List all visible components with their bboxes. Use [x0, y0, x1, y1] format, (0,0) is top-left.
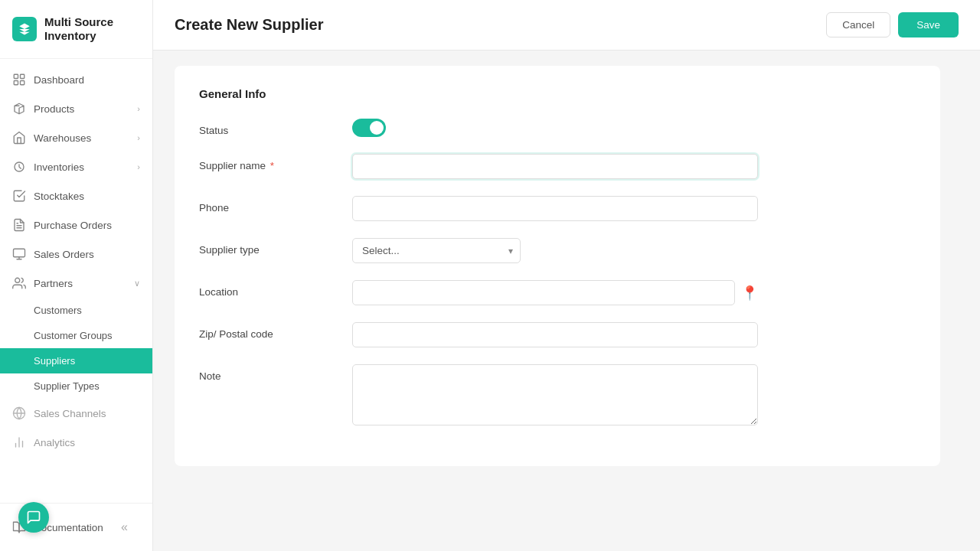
supplier-type-select-wrap: Select... Individual Company ▾ — [352, 238, 521, 263]
form-row-zip: Zip/ Postal code — [199, 322, 916, 347]
sub-item-label: Supplier Types — [34, 380, 100, 392]
content-area: General Info Status Supplier name * — [153, 51, 980, 551]
top-bar-actions: Cancel Save — [826, 12, 959, 37]
stocktakes-icon — [12, 189, 26, 203]
sidebar-item-label: Products — [34, 103, 74, 115]
location-input[interactable] — [352, 280, 735, 305]
status-toggle-wrap — [352, 119, 758, 137]
required-mark: * — [267, 160, 274, 171]
sidebar-item-label: Analytics — [34, 437, 75, 448]
analytics-icon — [12, 435, 26, 449]
sidebar-item-label: Inventories — [34, 161, 84, 173]
supplier-type-wrap: Select... Individual Company ▾ — [352, 238, 758, 263]
chat-bubble-button[interactable] — [18, 502, 49, 533]
sidebar-sub-item-supplier-types[interactable]: Supplier Types — [0, 373, 152, 399]
partners-icon — [12, 276, 26, 290]
form-row-phone: Phone — [199, 196, 916, 221]
sidebar-item-label: Sales Orders — [34, 249, 94, 260]
chevron-right-icon: › — [137, 133, 140, 142]
sidebar-item-sales-channels[interactable]: Sales Channels — [0, 399, 152, 428]
sidebar-sub-item-suppliers[interactable]: Suppliers — [0, 348, 152, 373]
form-row-supplier-type: Supplier type Select... Individual Compa… — [199, 238, 916, 263]
sub-item-label: Suppliers — [34, 355, 75, 367]
app-logo — [12, 17, 37, 41]
toggle-slider — [352, 119, 386, 137]
section-title: General Info — [199, 87, 916, 100]
sidebar-item-label: Stocktakes — [34, 191, 84, 202]
note-label: Note — [199, 364, 352, 382]
status-toggle[interactable] — [352, 119, 386, 137]
sidebar-item-label: Purchase Orders — [34, 220, 112, 231]
form-row-note: Note — [199, 364, 916, 428]
supplier-type-select[interactable]: Select... Individual Company — [352, 238, 521, 263]
sidebar-item-partners[interactable]: Partners ∨ — [0, 269, 152, 298]
page-title: Create New Supplier — [175, 16, 324, 34]
note-textarea[interactable] — [352, 364, 758, 425]
sidebar: Multi Source Inventory Dashboard Product… — [0, 0, 153, 551]
sidebar-sub-item-customer-groups[interactable]: Customer Groups — [0, 323, 152, 348]
chevron-down-icon: ∨ — [134, 279, 140, 289]
svg-rect-7 — [14, 249, 25, 257]
form-row-location: Location 📍 — [199, 280, 916, 305]
chevron-right-icon: › — [137, 162, 140, 171]
app-title: Multi Source Inventory — [44, 15, 140, 43]
svg-rect-3 — [21, 81, 24, 85]
status-label: Status — [199, 119, 352, 136]
chat-icon — [26, 510, 41, 525]
products-icon — [12, 102, 26, 116]
supplier-name-wrap — [352, 154, 758, 179]
note-wrap — [352, 364, 758, 428]
sidebar-item-inventories[interactable]: Inventories › — [0, 152, 152, 181]
sidebar-sub-item-customers[interactable]: Customers — [0, 298, 152, 323]
sales-channels-icon — [12, 406, 26, 420]
cancel-button[interactable]: Cancel — [826, 12, 890, 37]
sidebar-item-label: Sales Channels — [34, 408, 106, 419]
phone-wrap — [352, 196, 758, 221]
zip-label: Zip/ Postal code — [199, 322, 352, 340]
sidebar-item-label: Warehouses — [34, 132, 91, 144]
sidebar-nav: Dashboard Products › Warehouses › Invent… — [0, 59, 152, 503]
supplier-name-input[interactable] — [352, 154, 758, 179]
sub-item-label: Customer Groups — [34, 330, 113, 341]
supplier-name-label: Supplier name * — [199, 154, 352, 171]
svg-rect-0 — [14, 74, 18, 78]
warehouses-icon — [12, 131, 26, 145]
svg-rect-1 — [21, 74, 24, 78]
top-bar: Create New Supplier Cancel Save — [153, 0, 980, 51]
sidebar-item-stocktakes[interactable]: Stocktakes — [0, 181, 152, 210]
zip-wrap — [352, 322, 758, 347]
chevron-right-icon: › — [137, 104, 140, 113]
sidebar-item-label: Dashboard — [34, 74, 84, 86]
collapse-icon[interactable]: « — [121, 520, 128, 534]
main-content: Create New Supplier Cancel Save General … — [153, 0, 980, 551]
dashboard-icon — [12, 73, 26, 86]
phone-input[interactable] — [352, 196, 758, 221]
form-card: General Info Status Supplier name * — [175, 66, 940, 466]
sub-item-label: Customers — [34, 305, 82, 316]
sidebar-item-label: Partners — [34, 278, 73, 289]
location-label: Location — [199, 280, 352, 298]
location-input-wrap: 📍 — [352, 280, 758, 305]
sidebar-header: Multi Source Inventory — [0, 0, 152, 59]
purchase-orders-icon — [12, 218, 26, 232]
location-pin-icon[interactable]: 📍 — [741, 285, 758, 302]
sales-orders-icon — [12, 247, 26, 261]
sidebar-item-purchase-orders[interactable]: Purchase Orders — [0, 210, 152, 240]
supplier-type-label: Supplier type — [199, 238, 352, 256]
phone-label: Phone — [199, 196, 352, 214]
sidebar-item-sales-orders[interactable]: Sales Orders — [0, 240, 152, 269]
location-wrap: 📍 — [352, 280, 758, 305]
sidebar-item-analytics[interactable]: Analytics — [0, 428, 152, 457]
inventories-icon — [12, 160, 26, 174]
sidebar-item-dashboard[interactable]: Dashboard — [0, 65, 152, 94]
zip-input[interactable] — [352, 322, 758, 347]
sidebar-item-warehouses[interactable]: Warehouses › — [0, 123, 152, 152]
svg-point-8 — [15, 278, 20, 282]
save-button[interactable]: Save — [898, 12, 959, 37]
form-row-supplier-name: Supplier name * — [199, 154, 916, 179]
svg-rect-2 — [14, 81, 18, 85]
form-row-status: Status — [199, 119, 916, 137]
sidebar-item-products[interactable]: Products › — [0, 94, 152, 123]
